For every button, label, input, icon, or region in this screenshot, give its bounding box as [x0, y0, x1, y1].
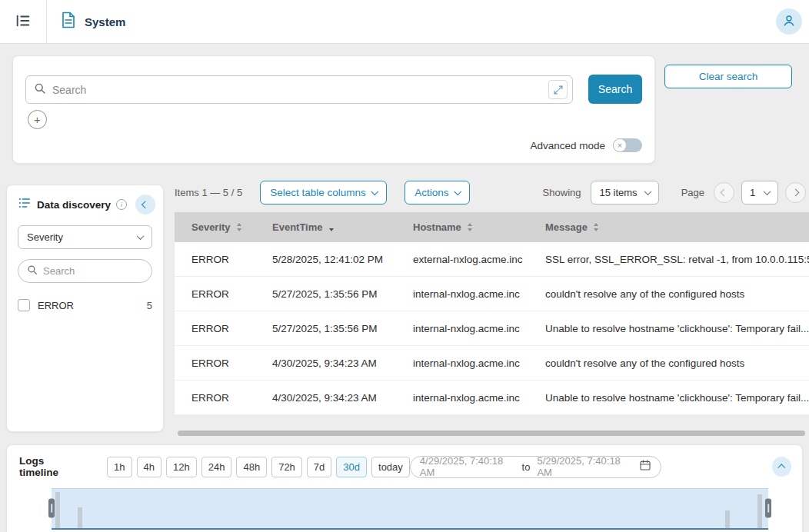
search-icon	[27, 264, 38, 278]
select-table-columns-button[interactable]: Select table columns	[260, 181, 387, 204]
facet-value-label: ERROR	[38, 300, 74, 311]
next-page-button[interactable]	[785, 182, 806, 203]
previous-page-button[interactable]	[714, 182, 734, 203]
page-number-select[interactable]: 1	[741, 181, 778, 204]
timeline-bar	[757, 494, 762, 528]
menu-icon	[15, 12, 32, 32]
cell-hostname: external-nxlog.acme.inc	[396, 242, 528, 276]
cell-severity: ERROR	[175, 311, 255, 345]
brush-handle-left[interactable]	[48, 499, 55, 518]
chevron-left-icon	[141, 201, 148, 208]
data-discovery-title: Data discovery	[37, 199, 111, 211]
timeline-title: Logs timeline	[19, 455, 83, 478]
plus-icon: +	[34, 114, 41, 125]
collapse-panel-button[interactable]	[135, 195, 155, 214]
user-icon	[782, 14, 796, 30]
cell-message: Unable to resolve hostname 'clickhouse':…	[528, 381, 809, 414]
calendar-icon	[639, 459, 651, 474]
date-from: 4/29/2025, 7:40:18 AM	[420, 455, 515, 478]
expand-query-editor-button[interactable]	[548, 80, 568, 99]
timeline-range-button[interactable]: 48h	[236, 457, 267, 477]
timeline-bar	[78, 507, 82, 528]
column-header-message[interactable]: Message	[528, 212, 809, 242]
cell-message: couldn't resolve any of the configured h…	[528, 346, 809, 380]
collapse-timeline-button[interactable]	[772, 457, 791, 477]
search-panel: Search + Advanced mode ×	[12, 55, 655, 164]
sort-icon	[468, 223, 472, 231]
cell-message: SSL error, SSL_ERROR_SSL: retval -1, fro…	[528, 242, 809, 276]
chevron-right-icon	[792, 188, 800, 196]
cell-eventtime: 5/27/2025, 1:35:56 PM	[255, 277, 396, 311]
page-title: System	[85, 15, 125, 28]
advanced-mode-label: Advanced mode	[530, 140, 605, 151]
page-size-select[interactable]: 15 items	[591, 181, 658, 204]
user-menu-button[interactable]	[776, 8, 802, 35]
logs-timeline-panel: Logs timeline 1h 4h 12h 24h 48h 72h 7d 3…	[6, 444, 803, 532]
data-discovery-icon	[18, 196, 32, 213]
actions-button[interactable]: Actions	[404, 181, 470, 204]
chevron-down-icon	[137, 232, 145, 240]
timeline-range-button[interactable]: 30d	[336, 457, 367, 477]
search-input[interactable]	[52, 84, 542, 96]
column-header-severity[interactable]: Severity	[175, 212, 255, 242]
showing-label: Showing	[543, 187, 581, 198]
severity-error-checkbox[interactable]	[18, 299, 30, 311]
cell-hostname: internal-nxlog.acme.inc	[396, 381, 528, 414]
sort-icon	[237, 223, 241, 231]
sort-icon	[594, 223, 598, 231]
date-range-picker[interactable]: 4/29/2025, 7:40:18 AM to 5/29/2025, 7:40…	[410, 456, 661, 478]
cell-eventtime: 5/27/2025, 1:35:56 PM	[255, 311, 396, 345]
horizontal-scrollbar[interactable]	[178, 431, 805, 436]
cell-message: couldn't resolve any of the configured h…	[528, 277, 809, 311]
clear-search-button[interactable]: Clear search	[664, 65, 792, 88]
brush-handle-right[interactable]	[765, 499, 771, 518]
field-select[interactable]: Severity	[18, 225, 152, 249]
timeline-range-button[interactable]: 72h	[271, 457, 302, 477]
timeline-range-button[interactable]: 4h	[137, 457, 161, 477]
add-search-condition-button[interactable]: +	[28, 110, 47, 129]
table-row[interactable]: ERROR 5/28/2025, 12:41:02 PM external-nx…	[175, 242, 809, 277]
timeline-range-button[interactable]: 7d	[307, 457, 331, 477]
cell-eventtime: 4/30/2025, 9:34:23 AM	[255, 381, 396, 414]
chevron-down-icon	[371, 188, 378, 195]
advanced-mode-toggle[interactable]: ×	[613, 138, 642, 152]
timeline-bar	[55, 492, 60, 528]
page-size-value: 15 items	[599, 187, 637, 198]
discovery-search-box	[18, 259, 152, 283]
system-doc-icon	[61, 12, 76, 32]
timeline-bar	[725, 510, 730, 528]
cell-hostname: internal-nxlog.acme.inc	[396, 311, 528, 345]
column-header-eventtime[interactable]: EventTime	[255, 212, 396, 242]
table-toolbar: Items 1 — 5 / 5 Select table columns Act…	[175, 178, 806, 206]
table-row[interactable]: ERROR 5/27/2025, 1:35:56 PM internal-nxl…	[175, 277, 809, 311]
timeline-chart[interactable]	[52, 488, 768, 530]
cell-hostname: internal-nxlog.acme.inc	[396, 277, 528, 311]
date-to: 5/29/2025, 7:40:18 AM	[537, 455, 632, 478]
facet-value-row: ERROR 5	[18, 299, 152, 311]
timeline-range-button[interactable]: today	[371, 457, 410, 477]
timeline-range-button[interactable]: 1h	[107, 457, 132, 477]
items-summary: Items 1 — 5 / 5	[175, 187, 242, 198]
cell-message: Unable to resolve hostname 'clickhouse':…	[528, 311, 809, 345]
discovery-search-input[interactable]	[43, 265, 143, 277]
cell-severity: ERROR	[175, 242, 255, 276]
table-row[interactable]: ERROR 4/30/2025, 9:34:23 AM internal-nxl…	[175, 346, 809, 381]
cell-eventtime: 5/28/2025, 12:41:02 PM	[255, 242, 396, 276]
timeline-selection[interactable]	[52, 488, 768, 528]
table-header-row: Severity EventTime Hostname Message	[175, 212, 809, 242]
timeline-range-button[interactable]: 12h	[166, 457, 197, 477]
search-icon	[34, 82, 46, 98]
facet-value-count: 5	[147, 300, 152, 311]
info-icon[interactable]: i	[116, 199, 127, 210]
table-row[interactable]: ERROR 5/27/2025, 1:35:56 PM internal-nxl…	[175, 311, 809, 346]
table-row[interactable]: ERROR 4/30/2025, 9:34:23 AM internal-nxl…	[175, 381, 809, 415]
log-table: Severity EventTime Hostname Message ERRO…	[175, 212, 809, 415]
sidebar-toggle-button[interactable]	[0, 0, 47, 43]
search-button[interactable]: Search	[588, 75, 642, 104]
timeline-range-button[interactable]: 24h	[201, 457, 232, 477]
cell-severity: ERROR	[175, 346, 255, 380]
chevron-down-icon	[644, 188, 651, 195]
column-header-hostname[interactable]: Hostname	[396, 212, 528, 242]
cell-hostname: internal-nxlog.acme.inc	[396, 346, 528, 380]
chevron-down-icon	[764, 188, 771, 195]
